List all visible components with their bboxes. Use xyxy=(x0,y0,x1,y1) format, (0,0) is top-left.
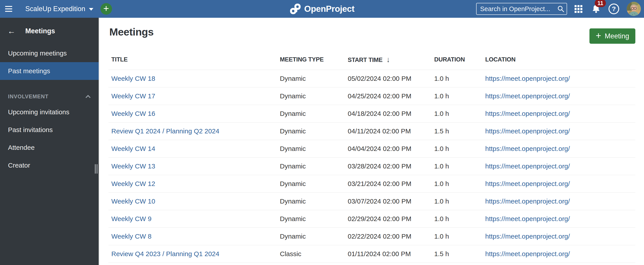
page-title: Meetings xyxy=(109,26,644,38)
meeting-duration: 1.0 h xyxy=(434,215,449,222)
notification-badge: 11 xyxy=(595,0,606,7)
meeting-title-link[interactable]: Weekly CW 12 xyxy=(111,180,155,187)
meeting-type: Dynamic xyxy=(280,180,306,187)
chevron-down-icon xyxy=(89,8,93,11)
meeting-start-time: 04/18/2024 02:00 PM xyxy=(348,110,411,117)
meetings-table: TITLE MEETING TYPE START TIME↓ DURATION … xyxy=(108,50,635,263)
add-meeting-label: Meeting xyxy=(605,32,629,40)
meeting-location-link[interactable]: https://meet.openproject.org/ xyxy=(485,197,570,205)
meeting-duration: 1.0 h xyxy=(434,145,449,152)
meeting-location-link[interactable]: https://meet.openproject.org/ xyxy=(485,162,570,170)
meeting-row: Weekly CW 18 Dynamic 05/02/2024 02:00 PM… xyxy=(108,70,635,87)
project-selector[interactable]: ScaleUp Expedition xyxy=(17,0,99,18)
meeting-title-link[interactable]: Weekly CW 13 xyxy=(111,162,155,170)
meeting-type: Dynamic xyxy=(280,162,306,170)
meeting-start-time: 03/21/2024 02:00 PM xyxy=(348,180,411,187)
meeting-start-time: 04/04/2024 02:00 PM xyxy=(348,145,411,152)
meeting-type: Dynamic xyxy=(280,110,306,117)
notifications-button[interactable]: 11 xyxy=(591,4,601,14)
involvement-menu: Upcoming invitations Past invitations At… xyxy=(0,103,99,174)
modules-menu-button[interactable] xyxy=(574,5,582,13)
meeting-row: Review Q4 2023 / Planning Q1 2024 Classi… xyxy=(108,245,635,263)
sidebar-resize-handle[interactable] xyxy=(95,164,97,174)
sidebar-item-attendee[interactable]: Attendee xyxy=(0,139,99,156)
meeting-title-link[interactable]: Review Q1 2024 / Planning Q2 2024 xyxy=(111,127,219,135)
meeting-start-time: 03/07/2024 02:00 PM xyxy=(348,197,411,205)
sort-desc-icon: ↓ xyxy=(386,56,390,64)
meeting-title-link[interactable]: Weekly CW 9 xyxy=(111,215,152,222)
column-header-title[interactable]: TITLE xyxy=(108,56,277,63)
meeting-type: Dynamic xyxy=(280,75,306,82)
meeting-start-time: 03/28/2024 02:00 PM xyxy=(348,162,411,170)
grid-icon xyxy=(574,5,582,13)
plus-icon: + xyxy=(103,4,109,13)
meeting-row: Weekly CW 17 Dynamic 04/25/2024 02:00 PM… xyxy=(108,87,635,105)
meeting-start-time: 04/11/2024 02:00 PM xyxy=(348,127,411,135)
table-body: Weekly CW 18 Dynamic 05/02/2024 02:00 PM… xyxy=(108,70,635,263)
meeting-location-link[interactable]: https://meet.openproject.org/ xyxy=(485,110,570,117)
global-add-button[interactable]: + xyxy=(100,3,112,15)
meeting-type: Dynamic xyxy=(280,92,306,100)
column-header-duration[interactable]: DURATION xyxy=(431,56,482,63)
openproject-logo[interactable]: OpenProject xyxy=(290,0,354,18)
meeting-title-link[interactable]: Weekly CW 16 xyxy=(111,110,155,117)
project-selector-label: ScaleUp Expedition xyxy=(25,5,86,13)
meeting-row: Weekly CW 13 Dynamic 03/28/2024 02:00 PM… xyxy=(108,158,635,175)
meeting-location-link[interactable]: https://meet.openproject.org/ xyxy=(485,215,570,222)
user-avatar[interactable] xyxy=(627,2,641,16)
meeting-type: Dynamic xyxy=(280,233,306,240)
meeting-duration: 1.0 h xyxy=(434,92,449,100)
help-button[interactable]: ? xyxy=(608,4,619,14)
meeting-type: Dynamic xyxy=(280,145,306,152)
openproject-logo-text: OpenProject xyxy=(304,4,354,14)
meeting-row: Weekly CW 9 Dynamic 02/29/2024 02:00 PM … xyxy=(108,210,635,228)
sidebar: ← Meetings Upcoming meetings Past meetin… xyxy=(0,18,99,265)
meeting-location-link[interactable]: https://meet.openproject.org/ xyxy=(485,92,570,100)
sidebar-title: Meetings xyxy=(25,27,55,35)
section-label: INVOLVEMENT xyxy=(8,93,48,100)
meeting-row: Weekly CW 8 Dynamic 02/22/2024 02:00 PM … xyxy=(108,228,635,245)
chevron-up-icon xyxy=(86,95,91,100)
meeting-location-link[interactable]: https://meet.openproject.org/ xyxy=(485,145,570,152)
meeting-title-link[interactable]: Weekly CW 14 xyxy=(111,145,155,152)
meeting-location-link[interactable]: https://meet.openproject.org/ xyxy=(485,75,570,82)
meeting-duration: 1.5 h xyxy=(434,250,449,257)
search-input[interactable] xyxy=(476,3,567,15)
add-meeting-button[interactable]: + Meeting xyxy=(590,29,635,44)
meeting-duration: 1.5 h xyxy=(434,127,449,135)
meeting-duration: 1.0 h xyxy=(434,197,449,205)
table-header-row: TITLE MEETING TYPE START TIME↓ DURATION … xyxy=(108,50,635,70)
sidebar-item-past-meetings[interactable]: Past meetings xyxy=(0,62,99,80)
meeting-row: Review Q1 2024 / Planning Q2 2024 Dynami… xyxy=(108,123,635,140)
meeting-start-time: 01/11/2024 02:00 PM xyxy=(348,250,411,257)
meeting-title-link[interactable]: Weekly CW 18 xyxy=(111,75,155,82)
meeting-row: Weekly CW 12 Dynamic 03/21/2024 02:00 PM… xyxy=(108,175,635,193)
meeting-type: Dynamic xyxy=(280,215,306,222)
hamburger-menu-icon[interactable] xyxy=(0,0,17,18)
meeting-title-link[interactable]: Weekly CW 8 xyxy=(111,233,152,240)
back-arrow-icon[interactable]: ← xyxy=(8,27,16,35)
column-header-start-time[interactable]: START TIME↓ xyxy=(345,56,431,64)
meeting-row: Weekly CW 14 Dynamic 04/04/2024 02:00 PM… xyxy=(108,140,635,158)
meeting-type: Classic xyxy=(280,250,302,257)
sidebar-item-past-invitations[interactable]: Past invitations xyxy=(0,121,99,139)
meeting-title-link[interactable]: Weekly CW 17 xyxy=(111,92,155,100)
main-content: Meetings + Meeting TITLE MEETING TYPE ST… xyxy=(99,18,644,265)
meeting-title-link[interactable]: Weekly CW 10 xyxy=(111,197,155,205)
sidebar-item-creator[interactable]: Creator xyxy=(0,156,99,174)
meeting-location-link[interactable]: https://meet.openproject.org/ xyxy=(485,180,570,187)
meeting-location-link[interactable]: https://meet.openproject.org/ xyxy=(485,233,570,240)
meeting-duration: 1.0 h xyxy=(434,233,449,240)
meeting-type: Dynamic xyxy=(280,197,306,205)
column-header-location[interactable]: LOCATION xyxy=(482,56,635,63)
meeting-location-link[interactable]: https://meet.openproject.org/ xyxy=(485,127,570,135)
meeting-start-time: 02/22/2024 02:00 PM xyxy=(348,233,411,240)
column-header-meeting-type[interactable]: MEETING TYPE xyxy=(277,56,345,63)
sidebar-item-upcoming-invitations[interactable]: Upcoming invitations xyxy=(0,103,99,121)
sidebar-item-upcoming-meetings[interactable]: Upcoming meetings xyxy=(0,44,99,62)
global-search xyxy=(476,3,567,15)
search-icon[interactable] xyxy=(557,5,564,13)
meeting-title-link[interactable]: Review Q4 2023 / Planning Q1 2024 xyxy=(111,250,219,257)
sidebar-section-involvement[interactable]: INVOLVEMENT xyxy=(0,90,99,103)
meeting-location-link[interactable]: https://meet.openproject.org/ xyxy=(485,250,570,257)
